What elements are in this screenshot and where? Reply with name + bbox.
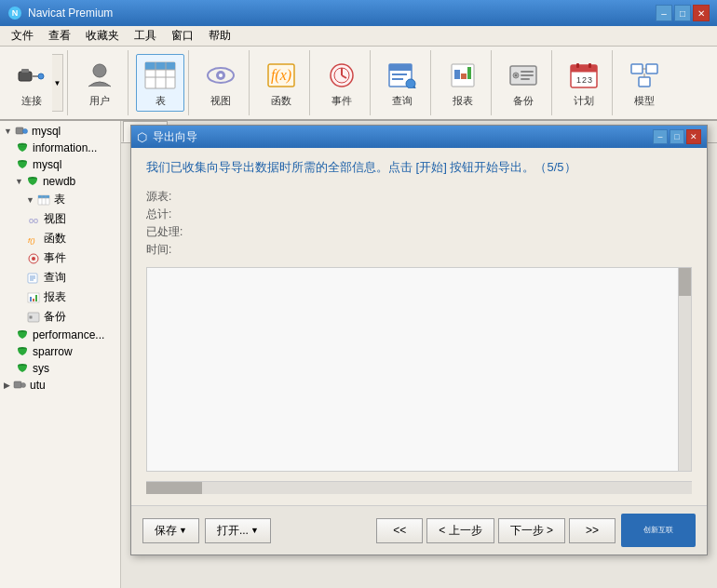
svg-text:f(): f(): [28, 236, 35, 245]
back-button[interactable]: < 上一步: [426, 518, 494, 543]
svg-rect-73: [35, 295, 37, 301]
db-icon-sparrow: [15, 345, 30, 358]
svg-rect-3: [21, 69, 29, 73]
horizontal-scrollbar[interactable]: [146, 481, 692, 494]
tree-func-node[interactable]: f() 函数: [0, 229, 120, 248]
connect-dropdown-arrow[interactable]: ▼: [52, 54, 63, 112]
source-row: 源表:: [146, 189, 692, 205]
dialog-maximize-button[interactable]: □: [670, 129, 684, 144]
time-row: 时间:: [146, 242, 692, 258]
vertical-scrollbar[interactable]: [678, 268, 691, 471]
svg-rect-80: [14, 381, 21, 388]
table-node-label: 表: [54, 192, 65, 207]
tree-backup-node[interactable]: 备份: [0, 307, 120, 327]
svg-text:2: 2: [582, 75, 587, 85]
tree-newdb[interactable]: ▼ newdb: [0, 173, 120, 190]
tree-information[interactable]: information...: [0, 140, 120, 156]
svg-rect-47: [646, 64, 657, 74]
tree-table-node[interactable]: ▼ 表: [0, 190, 120, 209]
view-button[interactable]: 视图: [196, 54, 245, 112]
svg-line-27: [413, 87, 415, 88]
dialog-minimize-button[interactable]: –: [653, 129, 668, 144]
open-button[interactable]: 打开... ▼: [205, 518, 271, 543]
svg-rect-40: [576, 63, 579, 68]
next-label: 下一步 >: [510, 523, 553, 539]
svg-rect-71: [30, 297, 32, 301]
report-button[interactable]: 报表: [439, 54, 487, 112]
model-label: 模型: [634, 94, 655, 108]
dialog-close-button[interactable]: ✕: [686, 129, 701, 144]
svg-rect-29: [454, 70, 460, 79]
svg-rect-24: [392, 74, 407, 75]
open-label: 打开...: [217, 523, 249, 539]
table-group-icon: [36, 194, 51, 207]
svg-text:f(x): f(x): [271, 67, 291, 84]
db-icon-newdb: [25, 175, 40, 188]
svg-rect-25: [392, 78, 403, 80]
tree-mysql[interactable]: ▼ mysql: [0, 123, 120, 140]
table-button[interactable]: 表: [136, 54, 184, 112]
fast-next-label: >>: [586, 524, 599, 537]
maximize-button[interactable]: □: [674, 5, 691, 21]
schedule-button[interactable]: 1 2 3 计划: [560, 54, 608, 112]
svg-rect-23: [389, 64, 412, 71]
query-label: 查询: [392, 94, 413, 108]
user-button[interactable]: 用户: [75, 54, 124, 112]
schedule-group: 1 2 3 计划: [556, 50, 613, 115]
window-controls: – □ ✕: [656, 5, 710, 21]
utu-label: utu: [30, 379, 46, 392]
svg-text:oo: oo: [29, 216, 38, 225]
save-button[interactable]: 保存 ▼: [142, 518, 199, 543]
tree-view-node[interactable]: oo 视图: [0, 209, 120, 229]
fast-back-button[interactable]: <<: [376, 518, 423, 543]
query-group-icon: [26, 272, 41, 285]
connect-icon: [15, 59, 48, 92]
total-label: 总计:: [146, 207, 193, 222]
query-button[interactable]: 查询: [378, 54, 426, 112]
view-label: 视图: [210, 94, 231, 108]
svg-point-76: [30, 316, 32, 318]
scrollbar-thumb[interactable]: [679, 268, 691, 296]
func-node-label: 函数: [44, 231, 66, 247]
fast-next-button[interactable]: >>: [569, 518, 616, 543]
svg-point-5: [38, 74, 44, 79]
tree-report-node[interactable]: 报表: [0, 287, 120, 307]
function-button[interactable]: f(x) 函数: [257, 54, 305, 112]
tree-sys[interactable]: sys: [0, 360, 120, 377]
menu-file[interactable]: 文件: [4, 26, 41, 46]
toolbar: 连接 ▼ 用户: [0, 47, 717, 121]
close-button[interactable]: ✕: [693, 5, 710, 21]
event-button[interactable]: 事件: [318, 54, 366, 112]
event-group: 事件: [314, 50, 371, 115]
menu-tools[interactable]: 工具: [127, 26, 164, 46]
menu-window[interactable]: 窗口: [164, 26, 201, 46]
log-area[interactable]: [146, 267, 692, 472]
save-label: 保存: [155, 523, 177, 539]
backup-icon: [507, 59, 540, 92]
minimize-button[interactable]: –: [656, 5, 672, 21]
tree-utu[interactable]: ▶ utu: [0, 377, 120, 394]
backup-button[interactable]: 备份: [499, 54, 548, 112]
h-scrollbar-thumb[interactable]: [146, 482, 202, 494]
tree-sparrow[interactable]: sparrow: [0, 343, 120, 360]
connect-button[interactable]: 连接: [11, 54, 52, 112]
svg-point-65: [32, 257, 35, 261]
event-label: 事件: [331, 94, 352, 108]
expand-arrow-utu: ▶: [4, 381, 10, 390]
tree-performance[interactable]: performance...: [0, 327, 120, 343]
report-group-icon: [26, 291, 41, 304]
tree-mysql-db[interactable]: mysql: [0, 156, 120, 173]
connect-label: 连接: [21, 94, 42, 108]
query-icon: [386, 59, 419, 92]
svg-point-6: [93, 64, 106, 77]
svg-point-52: [22, 129, 27, 134]
menu-view[interactable]: 查看: [41, 26, 78, 46]
menu-help[interactable]: 帮助: [201, 26, 238, 46]
information-label: information...: [33, 141, 97, 154]
tree-event-node[interactable]: 事件: [0, 248, 120, 268]
menu-favorites[interactable]: 收藏夹: [78, 26, 127, 46]
next-button[interactable]: 下一步 >: [498, 518, 565, 543]
tree-query-node[interactable]: 查询: [0, 268, 120, 287]
dialog-status: 我们已收集向导导出数据时所需的全部信息。点击 [开始] 按钮开始导出。（5/5）: [146, 159, 692, 176]
model-button[interactable]: 模型: [620, 54, 669, 112]
